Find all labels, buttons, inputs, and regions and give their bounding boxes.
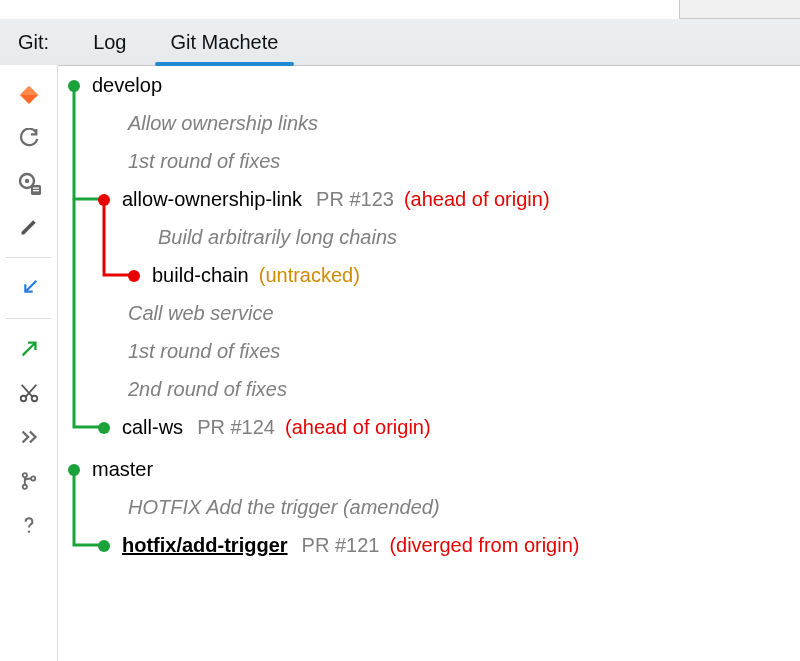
svg-point-7 bbox=[22, 473, 26, 477]
window-chrome-placeholder bbox=[0, 0, 800, 19]
branch-icon[interactable] bbox=[0, 459, 57, 503]
branch-row[interactable]: master bbox=[68, 458, 790, 481]
branch-tree: developAllow ownership links1st round of… bbox=[58, 65, 800, 661]
commit-row: HOTFIX Add the trigger (amended) bbox=[128, 496, 790, 519]
branch-dot-icon bbox=[98, 194, 110, 206]
commit-row: 2nd round of fixes bbox=[128, 378, 790, 401]
machete-icon[interactable] bbox=[0, 73, 57, 117]
branch-dot-icon bbox=[68, 80, 80, 92]
branch-name[interactable]: master bbox=[92, 458, 153, 481]
branch-name[interactable]: allow-ownership-link bbox=[122, 188, 302, 211]
sync-status: (untracked) bbox=[259, 264, 360, 287]
branch-dot-icon bbox=[128, 270, 140, 282]
commit-message: 1st round of fixes bbox=[128, 340, 280, 363]
commit-row: Build arbitrarily long chains bbox=[158, 226, 790, 249]
vcs-tabbar: Git: Log Git Machete bbox=[0, 19, 800, 66]
cut-icon[interactable] bbox=[0, 371, 57, 415]
svg-point-9 bbox=[31, 476, 35, 480]
commit-message: Build arbitrarily long chains bbox=[158, 226, 397, 249]
branch-row[interactable]: allow-ownership-linkPR #123(ahead of ori… bbox=[98, 188, 790, 211]
commit-message: HOTFIX Add the trigger (amended) bbox=[128, 496, 440, 519]
machete-toolbar bbox=[0, 65, 58, 661]
slide-in-icon[interactable] bbox=[0, 266, 57, 310]
svg-point-10 bbox=[27, 531, 29, 533]
pr-label[interactable]: PR #124 bbox=[197, 416, 275, 439]
edit-icon[interactable] bbox=[0, 205, 57, 249]
tab-log[interactable]: Log bbox=[71, 19, 148, 65]
slide-out-icon[interactable] bbox=[0, 327, 57, 371]
refresh-icon[interactable] bbox=[0, 117, 57, 161]
commit-row: Allow ownership links bbox=[128, 112, 790, 135]
toolbar-separator bbox=[6, 257, 51, 258]
branch-dot-icon bbox=[98, 422, 110, 434]
sync-status: (ahead of origin) bbox=[404, 188, 550, 211]
pr-label[interactable]: PR #123 bbox=[316, 188, 394, 211]
help-icon[interactable] bbox=[0, 503, 57, 547]
svg-point-1 bbox=[24, 179, 28, 183]
commit-row: 1st round of fixes bbox=[128, 340, 790, 363]
sync-status: (ahead of origin) bbox=[285, 416, 431, 439]
fetch-icon[interactable] bbox=[0, 161, 57, 205]
branch-row[interactable]: develop bbox=[68, 74, 790, 97]
vcs-title: Git: bbox=[0, 31, 71, 54]
svg-point-8 bbox=[22, 485, 26, 489]
more-icon[interactable] bbox=[0, 415, 57, 459]
branch-row[interactable]: build-chain(untracked) bbox=[128, 264, 790, 287]
svg-point-6 bbox=[31, 396, 37, 402]
svg-rect-3 bbox=[33, 188, 39, 189]
branch-row[interactable]: hotfix/add-triggerPR #121(diverged from … bbox=[98, 534, 790, 557]
commit-message: Allow ownership links bbox=[128, 112, 318, 135]
sync-status: (diverged from origin) bbox=[389, 534, 579, 557]
svg-point-5 bbox=[20, 396, 26, 402]
branch-row[interactable]: call-wsPR #124(ahead of origin) bbox=[98, 416, 790, 439]
toolbar-separator bbox=[6, 318, 51, 319]
commit-message: 1st round of fixes bbox=[128, 150, 280, 173]
branch-dot-icon bbox=[98, 540, 110, 552]
tab-git-machete[interactable]: Git Machete bbox=[149, 19, 301, 65]
branch-name[interactable]: call-ws bbox=[122, 416, 183, 439]
commit-message: Call web service bbox=[128, 302, 274, 325]
branch-dot-icon bbox=[68, 464, 80, 476]
branch-name[interactable]: hotfix/add-trigger bbox=[122, 534, 288, 557]
commit-row: 1st round of fixes bbox=[128, 150, 790, 173]
commit-message: 2nd round of fixes bbox=[128, 378, 287, 401]
svg-rect-4 bbox=[33, 190, 39, 191]
pr-label[interactable]: PR #121 bbox=[302, 534, 380, 557]
branch-name[interactable]: build-chain bbox=[152, 264, 249, 287]
branch-name[interactable]: develop bbox=[92, 74, 162, 97]
commit-row: Call web service bbox=[128, 302, 790, 325]
